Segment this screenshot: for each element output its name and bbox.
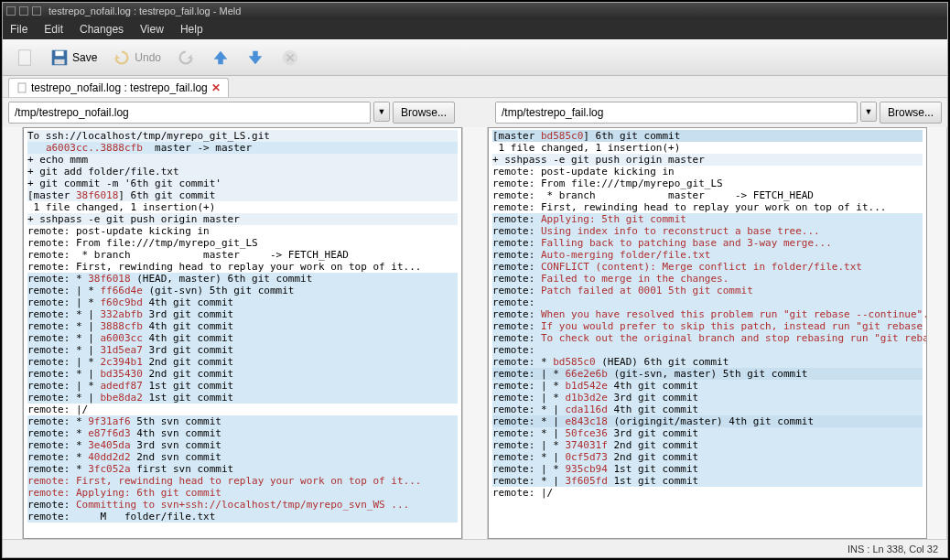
diff-line[interactable]: To ssh://localhost/tmp/myrepo_git_LS.git xyxy=(27,130,458,142)
diff-line[interactable]: remote: | * f60c9bd 4th git commit xyxy=(27,296,458,308)
diff-line[interactable]: 1 file changed, 1 insertion(+) xyxy=(27,201,458,213)
right-browse-button[interactable]: Browse... xyxy=(880,102,942,124)
diff-line[interactable]: remote: | * 374031f 2nd git commit xyxy=(492,439,923,451)
diff-line[interactable]: remote: CONFLICT (content): Merge confli… xyxy=(492,261,923,273)
diff-line[interactable]: remote: xyxy=(492,344,923,356)
diff-line[interactable]: + sshpass -e git push origin master xyxy=(27,213,458,225)
left-browse-button[interactable]: Browse... xyxy=(393,102,455,124)
diff-line[interactable]: [master 38f6018] 6th git commit➜ xyxy=(27,189,458,201)
diff-line[interactable]: remote: First, rewinding head to replay … xyxy=(27,261,458,273)
diff-line[interactable]: remote: * 38f6018 (HEAD, master) 6th git… xyxy=(27,273,458,285)
diff-line[interactable]: ←[master bd585c0] 6th git commit xyxy=(492,130,923,142)
diff-line[interactable]: + git commit -m '6th git commit' xyxy=(27,178,458,189)
diff-line[interactable]: remote: * | 3888cfb 4th git commit xyxy=(27,320,458,332)
diff-line[interactable]: remote: Failed to merge in the changes. xyxy=(492,273,923,285)
diff-line[interactable]: remote: * | cda116d 4th git commit xyxy=(492,404,923,415)
diff-line[interactable]: remote: Auto-merging folder/file.txt xyxy=(492,249,923,261)
diff-line[interactable]: remote: Using index info to reconstruct … xyxy=(492,225,923,237)
menu-changes[interactable]: Changes xyxy=(80,23,124,36)
diff-line[interactable]: ←remote: Applying: 5th git commit xyxy=(492,213,923,225)
close-icon xyxy=(280,48,300,68)
left-overview-gutter[interactable] xyxy=(3,127,23,539)
diff-line[interactable]: remote: M folder/file.txt xyxy=(27,511,458,522)
diff-line[interactable]: remote: xyxy=(492,296,923,308)
diff-line[interactable]: remote: From file:///tmp/myrepo_git_LS xyxy=(27,237,458,249)
right-overview-gutter[interactable] xyxy=(927,127,947,539)
diff-line[interactable]: remote: * 3e405da 3rd svn commit xyxy=(27,439,458,451)
menu-edit[interactable]: Edit xyxy=(44,23,63,36)
diff-line[interactable]: remote: * 9f31af6 5th svn commit➜ xyxy=(27,415,458,427)
diff-line[interactable]: remote: * | bd35430 2nd git commit xyxy=(27,368,458,380)
diff-line[interactable]: remote: |/ xyxy=(492,487,923,499)
diff-line[interactable]: remote: Applying: 6th git commit xyxy=(27,487,458,499)
diff-line[interactable]: remote: * branch master -> FETCH_HEAD xyxy=(492,189,923,201)
diff-line[interactable]: remote: | * 66e2e6b (git-svn, master) 5t… xyxy=(492,368,923,380)
diff-line[interactable]: remote: If you would prefer to skip this… xyxy=(492,320,923,332)
diff-line[interactable]: + git add folder/file.txt xyxy=(27,166,458,178)
right-path-input[interactable]: /tmp/testrepo_fail.log xyxy=(495,102,858,124)
diff-line[interactable] xyxy=(492,499,923,511)
diff-line[interactable]: remote: | * 2c394b1 2nd git commit xyxy=(27,356,458,368)
right-file-pane[interactable]: ←[master bd585c0] 6th git commit 1 file … xyxy=(488,127,927,539)
svg-rect-2 xyxy=(55,50,63,56)
restore-icon[interactable] xyxy=(32,6,41,16)
menubar: File Edit Changes View Help xyxy=(3,19,947,39)
diff-line[interactable]: remote: * | 0cf5d73 2nd git commit xyxy=(492,451,923,463)
diff-line[interactable]: remote: Falling back to patching base an… xyxy=(492,237,923,249)
down-change-button[interactable] xyxy=(241,45,270,70)
undo-icon xyxy=(112,48,132,68)
diff-line[interactable]: remote: | * 935cb94 1st git commit xyxy=(492,463,923,475)
undo-button[interactable]: Undo xyxy=(107,45,166,70)
diff-line[interactable]: remote: * | 31d5ea7 3rd git commit xyxy=(27,344,458,356)
diff-line[interactable]: remote: From file:///tmp/myrepo_git_LS xyxy=(492,178,923,189)
diff-line[interactable]: remote: First, rewinding head to replay … xyxy=(492,201,923,213)
diff-line[interactable]: remote: * | 332abfb 3rd git commit xyxy=(27,308,458,320)
redo-button[interactable] xyxy=(171,45,200,70)
comparison-tab[interactable]: testrepo_nofail.log : testrepo_fail.log … xyxy=(8,78,229,97)
diff-line[interactable]: remote: * 3fc052a first svn commit xyxy=(27,463,458,475)
diff-line[interactable]: remote: To check out the original branch… xyxy=(492,332,923,344)
tab-close-icon[interactable]: ✕ xyxy=(211,81,221,94)
svg-rect-3 xyxy=(55,59,65,64)
diff-line[interactable]: remote: * bd585c0 (HEAD) 6th git commit xyxy=(492,356,923,368)
tab-label: testrepo_nofail.log : testrepo_fail.log xyxy=(31,81,208,94)
diff-line[interactable]: remote: |/ xyxy=(27,404,458,415)
up-change-button[interactable] xyxy=(206,45,235,70)
maximize-icon[interactable] xyxy=(19,6,28,16)
diff-line[interactable]: remote: * | e843c18 (origingit/master) 4… xyxy=(492,415,923,427)
right-path-dropdown[interactable]: ▼ xyxy=(860,102,877,122)
diff-line[interactable]: remote: * | 50fce36 3rd git commit xyxy=(492,427,923,439)
menu-view[interactable]: View xyxy=(140,23,164,36)
menu-help[interactable]: Help xyxy=(180,23,203,36)
diff-line[interactable]: remote: * | a6003cc 4th git commit xyxy=(27,332,458,344)
new-button[interactable] xyxy=(10,45,39,70)
diff-line[interactable]: remote: post-update kicking in xyxy=(492,166,923,178)
diff-line[interactable]: remote: Committing to svn+ssh://localhos… xyxy=(27,499,458,511)
diff-line[interactable]: remote: * | bbe8da2 1st git commit xyxy=(27,392,458,404)
diff-line[interactable]: remote: When you have resolved this prob… xyxy=(492,308,923,320)
diff-line[interactable]: remote: | * adedf87 1st git commit xyxy=(27,380,458,392)
left-path-dropdown[interactable]: ▼ xyxy=(373,102,390,122)
diff-line[interactable]: a6003cc..3888cfb master -> master➜ xyxy=(27,142,458,154)
minimize-icon[interactable] xyxy=(6,6,16,16)
menu-file[interactable]: File xyxy=(10,23,27,36)
diff-line[interactable]: remote: | * b1d542e 4th git commit xyxy=(492,380,923,392)
diff-line[interactable]: remote: * branch master -> FETCH_HEAD xyxy=(27,249,458,261)
diff-line[interactable]: remote: * | 3f605fd 1st git commit xyxy=(492,475,923,487)
left-file-pane[interactable]: To ssh://localhost/tmp/myrepo_git_LS.git… xyxy=(23,127,462,539)
undo-label: Undo xyxy=(135,51,161,64)
diff-line[interactable]: + echo mmm xyxy=(27,154,458,166)
titlebar-controls[interactable] xyxy=(6,6,41,16)
diff-line[interactable]: + sshpass -e git push origin master xyxy=(492,154,923,166)
diff-line[interactable]: remote: * e87f6d3 4th svn commit xyxy=(27,427,458,439)
left-path-input[interactable]: /tmp/testrepo_nofail.log xyxy=(8,102,371,124)
diff-line[interactable]: remote: First, rewinding head to replay … xyxy=(27,475,458,487)
diff-line[interactable]: remote: post-update kicking in xyxy=(27,225,458,237)
diff-line[interactable]: 1 file changed, 1 insertion(+) xyxy=(492,142,923,154)
close-change-button[interactable] xyxy=(275,45,305,70)
diff-line[interactable]: remote: Patch failed at 0001 5th git com… xyxy=(492,285,923,296)
save-button[interactable]: Save xyxy=(45,45,102,70)
diff-line[interactable]: remote: | * ff66d4e (git-svn) 5th git co… xyxy=(27,285,458,296)
diff-line[interactable]: remote: | * d1b3d2e 3rd git commit xyxy=(492,392,923,404)
diff-line[interactable]: remote: * 40dd2d2 2nd svn commit xyxy=(27,451,458,463)
